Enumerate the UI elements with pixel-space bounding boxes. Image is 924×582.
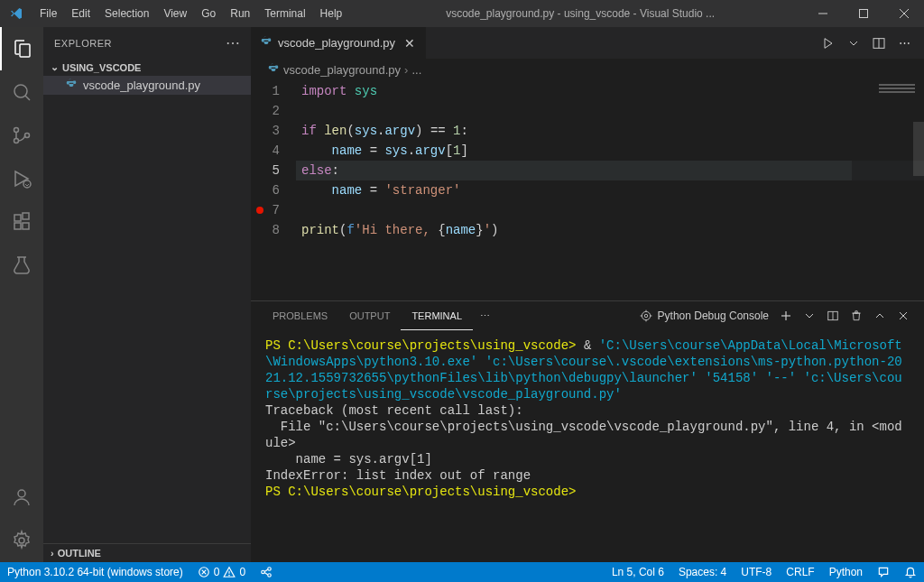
status-warning-count: 0 <box>239 566 245 578</box>
breadcrumb-rest: ... <box>411 63 421 77</box>
tab-bar: vscode_playground.py ✕ ⋯ <box>251 27 924 59</box>
menu-edit[interactable]: Edit <box>64 0 97 27</box>
menu-file[interactable]: File <box>32 0 64 27</box>
python-file-icon <box>260 35 273 51</box>
status-live-share[interactable] <box>253 562 280 582</box>
activity-bar <box>0 27 43 562</box>
status-notifications[interactable] <box>897 562 924 582</box>
svg-line-39 <box>264 573 268 575</box>
terminal-kill-button[interactable] <box>846 306 866 326</box>
svg-rect-13 <box>23 213 29 219</box>
window-close-button[interactable] <box>883 0 924 27</box>
terminal-traceback: Traceback (most recent call last): File … <box>265 403 902 483</box>
breakpoint-icon[interactable] <box>256 207 263 214</box>
svg-point-6 <box>14 128 19 133</box>
vscode-icon <box>9 6 23 21</box>
status-encoding[interactable]: UTF-8 <box>734 562 779 582</box>
folder-header[interactable]: ⌄ USING_VSCODE <box>43 59 251 76</box>
status-eol[interactable]: CRLF <box>779 562 821 582</box>
python-file-icon <box>65 78 78 93</box>
activity-settings[interactable] <box>0 519 43 562</box>
python-file-icon <box>267 62 280 78</box>
activity-explorer[interactable] <box>0 27 43 70</box>
bottom-panel: PROBLEMS OUTPUT TERMINAL ⋯ Python Debug … <box>251 300 924 562</box>
run-file-button[interactable] <box>816 31 841 56</box>
minimap-scroll-thumb[interactable] <box>913 122 924 176</box>
terminal-new-button[interactable] <box>776 306 796 326</box>
terminal-content[interactable]: PS C:\Users\course\projects\using_vscode… <box>251 330 924 562</box>
outline-section[interactable]: › OUTLINE <box>43 543 251 562</box>
svg-point-15 <box>19 538 24 543</box>
menu-selection[interactable]: Selection <box>97 0 156 27</box>
svg-point-37 <box>268 574 272 577</box>
status-problems[interactable]: 0 0 <box>190 562 253 582</box>
panel-tabs: PROBLEMS OUTPUT TERMINAL ⋯ Python Debug … <box>251 301 924 330</box>
svg-rect-1 <box>859 10 867 18</box>
activity-testing[interactable] <box>0 244 43 287</box>
activity-source-control[interactable] <box>0 114 43 157</box>
status-error-count: 0 <box>214 566 220 578</box>
menu-help[interactable]: Help <box>313 0 350 27</box>
svg-point-19 <box>642 311 650 319</box>
svg-rect-11 <box>14 223 21 229</box>
terminal-profile-dropdown[interactable]: Python Debug Console <box>636 309 772 322</box>
menu-run[interactable]: Run <box>223 0 257 27</box>
status-bar: Python 3.10.2 64-bit (windows store) 0 0… <box>0 562 924 582</box>
tab-filename: vscode_playground.py <box>278 36 395 50</box>
status-indentation[interactable]: Spaces: 4 <box>671 562 734 582</box>
status-language[interactable]: Python <box>822 562 870 582</box>
terminal-split-button[interactable] <box>823 306 843 326</box>
terminal-profile-label: Python Debug Console <box>658 309 769 322</box>
panel-tab-problems[interactable]: PROBLEMS <box>262 301 338 330</box>
terminal-new-dropdown[interactable] <box>799 306 819 326</box>
svg-point-36 <box>268 568 272 571</box>
svg-point-34 <box>229 575 230 576</box>
breadcrumb[interactable]: vscode_playground.py › ... <box>251 59 924 81</box>
panel-close-button[interactable] <box>893 306 913 326</box>
file-item[interactable]: vscode_playground.py <box>43 76 251 95</box>
chevron-right-icon: › <box>51 548 54 559</box>
panel-tab-terminal[interactable]: TERMINAL <box>401 301 473 330</box>
terminal-text: & <box>584 338 591 353</box>
activity-accounts[interactable] <box>0 476 43 519</box>
menu-terminal[interactable]: Terminal <box>257 0 312 27</box>
tab-close-button[interactable]: ✕ <box>402 36 417 51</box>
svg-point-14 <box>18 490 25 497</box>
svg-point-4 <box>14 85 27 97</box>
explorer-more-button[interactable]: ⋯ <box>226 34 241 51</box>
menu-go[interactable]: Go <box>194 0 223 27</box>
status-feedback[interactable] <box>870 562 897 582</box>
menu-view[interactable]: View <box>156 0 194 27</box>
file-name: vscode_playground.py <box>83 79 200 92</box>
activity-extensions[interactable] <box>0 200 43 244</box>
minimap[interactable] <box>852 81 924 300</box>
window-minimize-button[interactable] <box>802 0 843 27</box>
breadcrumb-file: vscode_playground.py <box>283 63 401 77</box>
svg-rect-12 <box>23 223 29 229</box>
code-lines[interactable]: import sys if len(sys.argv) == 1: name =… <box>296 81 924 300</box>
window-maximize-button[interactable] <box>843 0 883 27</box>
split-editor-button[interactable] <box>866 31 892 56</box>
status-python-interpreter[interactable]: Python 3.10.2 64-bit (windows store) <box>0 562 190 582</box>
window-title: vscode_playground.py - using_vscode - Vi… <box>349 7 802 20</box>
run-dropdown-button[interactable] <box>841 31 866 56</box>
line-number-gutter[interactable]: 12345678 <box>251 81 296 300</box>
menu-bar: File Edit Selection View Go Run Terminal… <box>32 0 349 27</box>
activity-search[interactable] <box>0 70 43 114</box>
editor-more-button[interactable]: ⋯ <box>892 31 917 56</box>
svg-line-38 <box>264 569 268 571</box>
chevron-down-icon: ⌄ <box>51 61 59 73</box>
panel-maximize-button[interactable] <box>870 306 890 326</box>
panel-tab-output[interactable]: OUTPUT <box>338 301 401 330</box>
editor-tab[interactable]: vscode_playground.py ✕ <box>251 27 427 59</box>
activity-run-debug[interactable] <box>0 157 43 200</box>
title-bar: File Edit Selection View Go Run Terminal… <box>0 0 924 27</box>
svg-point-9 <box>23 180 31 188</box>
folder-name: USING_VSCODE <box>62 62 141 73</box>
status-cursor-position[interactable]: Ln 5, Col 6 <box>605 562 671 582</box>
panel-tab-more[interactable]: ⋯ <box>473 310 497 322</box>
svg-point-7 <box>14 139 19 143</box>
code-editor[interactable]: 12345678 import sys if len(sys.argv) == … <box>251 81 924 300</box>
editor-area: vscode_playground.py ✕ ⋯ vscode_playgrou… <box>251 27 924 562</box>
svg-line-5 <box>25 96 30 100</box>
